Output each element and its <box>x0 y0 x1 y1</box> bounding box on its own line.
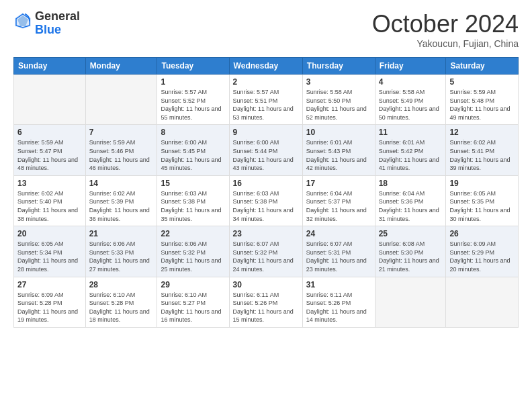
day-number: 22 <box>161 229 225 238</box>
calendar-cell: 1Sunrise: 5:57 AMSunset: 5:52 PMDaylight… <box>157 75 229 125</box>
calendar-cell: 26Sunrise: 6:09 AMSunset: 5:29 PMDayligh… <box>446 226 519 277</box>
header: General Blue October 2024 Yakoucun, Fuji… <box>13 10 519 49</box>
calendar-cell: 12Sunrise: 6:02 AMSunset: 5:41 PMDayligh… <box>446 125 519 175</box>
day-info: Sunrise: 6:06 AMSunset: 5:32 PMDaylight:… <box>161 240 225 273</box>
calendar-cell: 21Sunrise: 6:06 AMSunset: 5:33 PMDayligh… <box>85 226 157 277</box>
day-number: 30 <box>233 280 299 289</box>
calendar-cell <box>85 75 157 125</box>
day-info: Sunrise: 6:08 AMSunset: 5:30 PMDaylight:… <box>379 240 443 273</box>
day-info: Sunrise: 5:59 AMSunset: 5:46 PMDaylight:… <box>89 138 154 172</box>
day-number: 13 <box>17 179 82 188</box>
day-number: 17 <box>306 179 371 188</box>
day-info: Sunrise: 6:02 AMSunset: 5:39 PMDaylight:… <box>89 189 154 223</box>
calendar-cell: 16Sunrise: 6:03 AMSunset: 5:38 PMDayligh… <box>229 175 302 226</box>
col-friday: Friday <box>375 58 446 75</box>
day-number: 12 <box>449 128 515 137</box>
day-number: 27 <box>17 280 82 289</box>
calendar-cell: 24Sunrise: 6:07 AMSunset: 5:31 PMDayligh… <box>302 226 375 277</box>
day-number: 23 <box>233 229 299 238</box>
day-number: 8 <box>161 128 225 137</box>
day-number: 19 <box>449 179 515 188</box>
day-info: Sunrise: 6:01 AMSunset: 5:43 PMDaylight:… <box>306 138 371 172</box>
col-wednesday: Wednesday <box>229 58 302 75</box>
day-number: 7 <box>89 128 154 137</box>
logo-text: General Blue <box>35 10 80 37</box>
calendar-row-2: 6Sunrise: 5:59 AMSunset: 5:47 PMDaylight… <box>14 125 519 175</box>
day-info: Sunrise: 6:09 AMSunset: 5:28 PMDaylight:… <box>17 291 82 324</box>
day-number: 25 <box>379 229 443 238</box>
calendar-row-4: 20Sunrise: 6:05 AMSunset: 5:34 PMDayligh… <box>14 226 519 277</box>
logo-general-text: General <box>35 10 80 24</box>
day-number: 3 <box>306 77 371 87</box>
day-info: Sunrise: 6:06 AMSunset: 5:33 PMDaylight:… <box>89 240 154 273</box>
calendar-cell: 6Sunrise: 5:59 AMSunset: 5:47 PMDaylight… <box>14 125 86 175</box>
calendar-table: Sunday Monday Tuesday Wednesday Thursday… <box>13 57 519 328</box>
calendar-page: General Blue October 2024 Yakoucun, Fuji… <box>0 0 532 411</box>
col-monday: Monday <box>85 58 157 75</box>
day-number: 2 <box>233 77 299 87</box>
calendar-cell: 10Sunrise: 6:01 AMSunset: 5:43 PMDayligh… <box>302 125 375 175</box>
calendar-cell: 5Sunrise: 5:59 AMSunset: 5:48 PMDaylight… <box>446 75 519 125</box>
day-number: 21 <box>89 229 154 238</box>
col-thursday: Thursday <box>302 58 375 75</box>
day-info: Sunrise: 6:03 AMSunset: 5:38 PMDaylight:… <box>161 189 225 223</box>
month-title: October 2024 <box>372 10 519 38</box>
day-info: Sunrise: 5:57 AMSunset: 5:52 PMDaylight:… <box>161 88 225 122</box>
day-number: 10 <box>306 128 371 137</box>
title-section: October 2024 Yakoucun, Fujian, China <box>372 10 519 49</box>
logo-icon <box>13 11 32 30</box>
day-info: Sunrise: 6:10 AMSunset: 5:28 PMDaylight:… <box>89 291 154 324</box>
day-info: Sunrise: 6:01 AMSunset: 5:42 PMDaylight:… <box>379 138 443 172</box>
day-info: Sunrise: 6:00 AMSunset: 5:45 PMDaylight:… <box>161 138 225 172</box>
calendar-cell: 27Sunrise: 6:09 AMSunset: 5:28 PMDayligh… <box>14 277 86 327</box>
calendar-row-1: 1Sunrise: 5:57 AMSunset: 5:52 PMDaylight… <box>14 75 519 125</box>
day-info: Sunrise: 5:59 AMSunset: 5:48 PMDaylight:… <box>449 88 515 122</box>
calendar-cell <box>446 277 519 327</box>
day-info: Sunrise: 6:11 AMSunset: 5:26 PMDaylight:… <box>233 291 299 324</box>
day-info: Sunrise: 6:03 AMSunset: 5:38 PMDaylight:… <box>233 189 299 223</box>
calendar-cell: 25Sunrise: 6:08 AMSunset: 5:30 PMDayligh… <box>375 226 446 277</box>
calendar-cell: 20Sunrise: 6:05 AMSunset: 5:34 PMDayligh… <box>14 226 86 277</box>
day-number: 11 <box>379 128 443 137</box>
logo: General Blue <box>13 10 80 37</box>
calendar-cell: 30Sunrise: 6:11 AMSunset: 5:26 PMDayligh… <box>229 277 302 327</box>
day-info: Sunrise: 5:58 AMSunset: 5:49 PMDaylight:… <box>379 88 443 122</box>
calendar-row-5: 27Sunrise: 6:09 AMSunset: 5:28 PMDayligh… <box>14 277 519 327</box>
day-number: 26 <box>449 229 515 238</box>
day-info: Sunrise: 6:10 AMSunset: 5:27 PMDaylight:… <box>161 291 225 324</box>
day-number: 16 <box>233 179 299 188</box>
day-number: 15 <box>161 179 225 188</box>
day-info: Sunrise: 6:07 AMSunset: 5:32 PMDaylight:… <box>233 240 299 273</box>
day-info: Sunrise: 6:09 AMSunset: 5:29 PMDaylight:… <box>449 240 515 273</box>
day-info: Sunrise: 6:07 AMSunset: 5:31 PMDaylight:… <box>306 240 371 273</box>
day-number: 4 <box>379 77 443 87</box>
calendar-cell: 4Sunrise: 5:58 AMSunset: 5:49 PMDaylight… <box>375 75 446 125</box>
calendar-cell: 22Sunrise: 6:06 AMSunset: 5:32 PMDayligh… <box>157 226 229 277</box>
calendar-cell: 14Sunrise: 6:02 AMSunset: 5:39 PMDayligh… <box>85 175 157 226</box>
day-info: Sunrise: 6:11 AMSunset: 5:26 PMDaylight:… <box>306 291 371 324</box>
day-info: Sunrise: 6:05 AMSunset: 5:34 PMDaylight:… <box>17 240 82 273</box>
day-info: Sunrise: 6:04 AMSunset: 5:37 PMDaylight:… <box>306 189 371 223</box>
calendar-cell: 11Sunrise: 6:01 AMSunset: 5:42 PMDayligh… <box>375 125 446 175</box>
day-number: 28 <box>89 280 154 289</box>
calendar-cell: 8Sunrise: 6:00 AMSunset: 5:45 PMDaylight… <box>157 125 229 175</box>
day-info: Sunrise: 6:02 AMSunset: 5:40 PMDaylight:… <box>17 189 82 223</box>
calendar-cell: 18Sunrise: 6:04 AMSunset: 5:36 PMDayligh… <box>375 175 446 226</box>
calendar-cell: 2Sunrise: 5:57 AMSunset: 5:51 PMDaylight… <box>229 75 302 125</box>
calendar-cell <box>14 75 86 125</box>
day-number: 9 <box>233 128 299 137</box>
calendar-cell: 23Sunrise: 6:07 AMSunset: 5:32 PMDayligh… <box>229 226 302 277</box>
day-number: 1 <box>161 77 225 87</box>
calendar-cell: 9Sunrise: 6:00 AMSunset: 5:44 PMDaylight… <box>229 125 302 175</box>
day-info: Sunrise: 6:05 AMSunset: 5:35 PMDaylight:… <box>449 189 515 223</box>
calendar-cell <box>375 277 446 327</box>
day-number: 6 <box>17 128 82 137</box>
day-number: 31 <box>306 280 371 289</box>
calendar-cell: 13Sunrise: 6:02 AMSunset: 5:40 PMDayligh… <box>14 175 86 226</box>
day-number: 20 <box>17 229 82 238</box>
day-number: 18 <box>379 179 443 188</box>
day-info: Sunrise: 5:57 AMSunset: 5:51 PMDaylight:… <box>233 88 299 122</box>
calendar-cell: 7Sunrise: 5:59 AMSunset: 5:46 PMDaylight… <box>85 125 157 175</box>
calendar-cell: 15Sunrise: 6:03 AMSunset: 5:38 PMDayligh… <box>157 175 229 226</box>
calendar-cell: 29Sunrise: 6:10 AMSunset: 5:27 PMDayligh… <box>157 277 229 327</box>
